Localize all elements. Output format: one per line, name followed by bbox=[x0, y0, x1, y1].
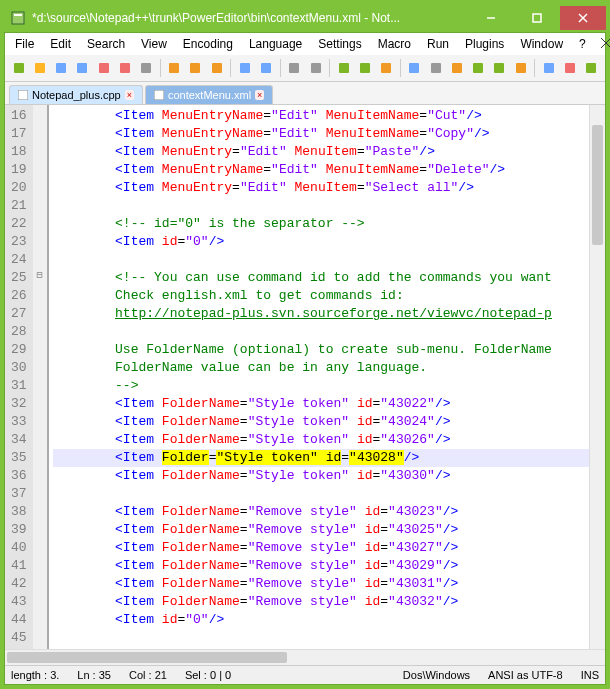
statusbar: length : 3. Ln : 35 Col : 21 Sel : 0 | 0… bbox=[5, 665, 605, 684]
menu-plugins[interactable]: Plugins bbox=[459, 35, 510, 53]
status-mode: INS bbox=[581, 669, 599, 681]
menu-macro[interactable]: Macro bbox=[372, 35, 417, 53]
close-button[interactable] bbox=[560, 6, 606, 30]
menu-window[interactable]: Window bbox=[514, 35, 569, 53]
svg-rect-31 bbox=[544, 63, 554, 73]
open-icon[interactable] bbox=[30, 58, 49, 78]
svg-rect-28 bbox=[473, 63, 483, 73]
code-line[interactable]: <Item id="0"/> bbox=[53, 611, 589, 629]
svg-rect-15 bbox=[169, 63, 179, 73]
code-line[interactable] bbox=[53, 485, 589, 503]
fold-icon[interactable] bbox=[469, 58, 488, 78]
app-body: FileEditSearchViewEncodingLanguageSettin… bbox=[4, 32, 606, 685]
code-line[interactable]: <Item FolderName="Remove style" id="4302… bbox=[53, 557, 589, 575]
line-number-gutter[interactable]: 1617181920212223242526272829303132333435… bbox=[5, 105, 33, 649]
wrap-icon[interactable] bbox=[405, 58, 424, 78]
code-line[interactable]: <Item FolderName="Remove style" id="4302… bbox=[53, 539, 589, 557]
cut-icon[interactable] bbox=[165, 58, 184, 78]
undo-icon[interactable] bbox=[235, 58, 254, 78]
code-line[interactable]: <Item FolderName="Style token" id="43024… bbox=[53, 413, 589, 431]
code-line[interactable]: http://notepad-plus.svn.sourceforge.net/… bbox=[53, 305, 589, 323]
code-line[interactable]: --> bbox=[53, 377, 589, 395]
horizontal-scrollbar[interactable] bbox=[5, 649, 605, 665]
code-line[interactable]: Check english.xml to get commands id: bbox=[53, 287, 589, 305]
chars-icon[interactable] bbox=[426, 58, 445, 78]
code-line[interactable]: <Item FolderName="Remove style" id="4302… bbox=[53, 521, 589, 539]
code-line[interactable]: Use FolderName (optional) to create sub-… bbox=[53, 341, 589, 359]
code-line[interactable]: <Item FolderName="Style token" id="43030… bbox=[53, 467, 589, 485]
menu-encoding[interactable]: Encoding bbox=[177, 35, 239, 53]
paste-icon[interactable] bbox=[207, 58, 226, 78]
pin-icon[interactable] bbox=[596, 35, 610, 53]
code-line[interactable] bbox=[53, 251, 589, 269]
titlebar[interactable]: *d:\source\Notepad++\trunk\PowerEditor\b… bbox=[4, 4, 606, 32]
tab-label: contextMenu.xml bbox=[168, 89, 251, 101]
code-line[interactable]: <Item FolderName="Style token" id="43026… bbox=[53, 431, 589, 449]
tab-close-icon[interactable]: × bbox=[125, 90, 134, 100]
indent-icon[interactable] bbox=[447, 58, 466, 78]
code-line[interactable]: FolderName value can be in any language. bbox=[53, 359, 589, 377]
scrollbar-thumb[interactable] bbox=[7, 652, 287, 663]
svg-rect-27 bbox=[452, 63, 462, 73]
close-icon[interactable] bbox=[94, 58, 113, 78]
code-line[interactable]: <Item id="0"/> bbox=[53, 233, 589, 251]
unfold-icon[interactable] bbox=[490, 58, 509, 78]
menu-run[interactable]: Run bbox=[421, 35, 455, 53]
tab-notepad_plus-cpp[interactable]: Notepad_plus.cpp× bbox=[9, 85, 143, 104]
scrollbar-thumb[interactable] bbox=[592, 125, 603, 245]
tab-contextmenu-xml[interactable]: contextMenu.xml× bbox=[145, 85, 273, 104]
code-line[interactable]: <Item MenuEntryName="Edit" MenuItemName=… bbox=[53, 161, 589, 179]
save-all-icon[interactable] bbox=[73, 58, 92, 78]
code-line[interactable]: <Item MenuEntryName="Edit" MenuItemName=… bbox=[53, 125, 589, 143]
menu-edit[interactable]: Edit bbox=[44, 35, 77, 53]
code-line[interactable]: <Item MenuEntry="Edit" MenuItem="Paste"/… bbox=[53, 143, 589, 161]
code-line[interactable]: <!-- You can use command id to add the c… bbox=[53, 269, 589, 287]
menu-help[interactable]: ? bbox=[573, 35, 592, 53]
svg-rect-8 bbox=[14, 63, 24, 73]
code-line[interactable]: <Item FolderName="Remove style" id="4302… bbox=[53, 503, 589, 521]
save-icon[interactable] bbox=[51, 58, 70, 78]
menu-file[interactable]: File bbox=[9, 35, 40, 53]
func-list-icon[interactable] bbox=[539, 58, 558, 78]
window-title: *d:\source\Notepad++\trunk\PowerEditor\b… bbox=[32, 11, 468, 25]
code-line[interactable]: <Item Folder="Style token" id="43028"/> bbox=[53, 449, 589, 467]
code-line[interactable]: <Item MenuEntryName="Edit" MenuItemName=… bbox=[53, 107, 589, 125]
file-icon bbox=[18, 90, 28, 100]
tab-close-icon[interactable]: × bbox=[255, 90, 264, 100]
zoom-out-icon[interactable] bbox=[355, 58, 374, 78]
code-line[interactable] bbox=[53, 629, 589, 647]
code-line[interactable] bbox=[53, 323, 589, 341]
code-area[interactable]: <Item MenuEntryName="Edit" MenuItemName=… bbox=[49, 105, 589, 649]
replace-icon[interactable] bbox=[306, 58, 325, 78]
fold-margin[interactable]: ⊟ bbox=[33, 105, 47, 649]
status-encoding: ANSI as UTF-8 bbox=[488, 669, 563, 681]
menu-settings[interactable]: Settings bbox=[312, 35, 367, 53]
code-line[interactable]: <Item FolderName="Style token" id="43022… bbox=[53, 395, 589, 413]
copy-icon[interactable] bbox=[186, 58, 205, 78]
minimize-button[interactable] bbox=[468, 6, 514, 30]
code-line[interactable]: <Item MenuEntry="Edit" MenuItem="Select … bbox=[53, 179, 589, 197]
status-ln: Ln : 35 bbox=[77, 669, 111, 681]
code-line[interactable] bbox=[53, 197, 589, 215]
menu-search[interactable]: Search bbox=[81, 35, 131, 53]
menu-view[interactable]: View bbox=[135, 35, 173, 53]
vertical-scrollbar[interactable] bbox=[589, 105, 605, 649]
play-icon[interactable] bbox=[582, 58, 601, 78]
editor[interactable]: 1617181920212223242526272829303132333435… bbox=[5, 104, 605, 649]
record-icon[interactable] bbox=[560, 58, 579, 78]
redo-icon[interactable] bbox=[257, 58, 276, 78]
maximize-button[interactable] bbox=[514, 6, 560, 30]
code-line[interactable]: <Item FolderName="Remove style" id="4303… bbox=[53, 593, 589, 611]
close-all-icon[interactable] bbox=[115, 58, 134, 78]
menu-language[interactable]: Language bbox=[243, 35, 308, 53]
new-icon[interactable] bbox=[9, 58, 28, 78]
svg-rect-13 bbox=[120, 63, 130, 73]
print-icon[interactable] bbox=[136, 58, 155, 78]
doc-map-icon[interactable] bbox=[511, 58, 530, 78]
find-icon[interactable] bbox=[285, 58, 304, 78]
code-line[interactable]: <Item FolderName="Remove style" id="4303… bbox=[53, 575, 589, 593]
sync-icon[interactable] bbox=[377, 58, 396, 78]
svg-rect-25 bbox=[409, 63, 419, 73]
code-line[interactable]: <!-- id="0" is the separator --> bbox=[53, 215, 589, 233]
zoom-in-icon[interactable] bbox=[334, 58, 353, 78]
